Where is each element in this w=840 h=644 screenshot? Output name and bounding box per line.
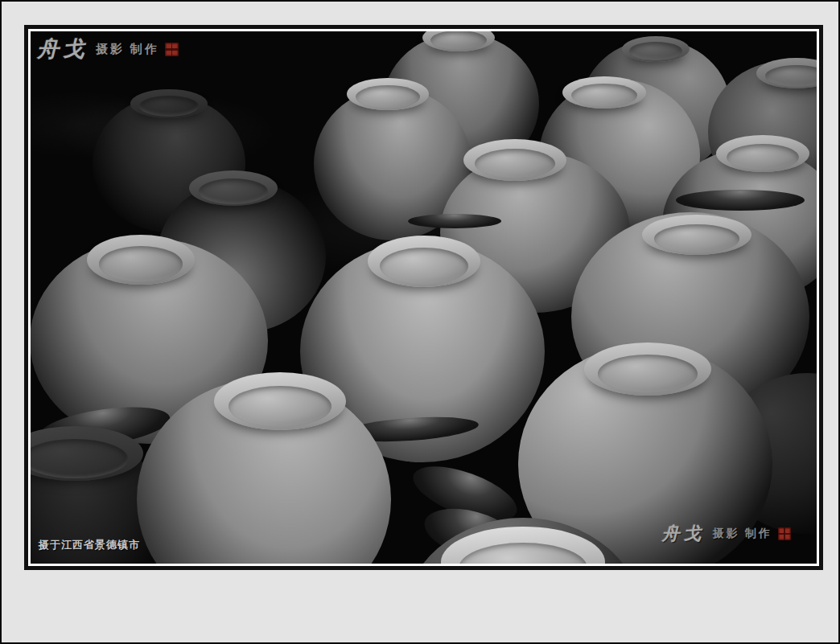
artist-signature: 舟戈 [662, 522, 706, 546]
photography-credit-label: 摄影 制作 [713, 527, 773, 541]
saucer-stack [408, 214, 501, 228]
bowl-foot-center [598, 355, 697, 393]
bowl-foot-center [229, 386, 331, 428]
bowl-foot-center [31, 439, 128, 478]
bowl-foot-center [571, 84, 636, 107]
photo: 舟戈 摄影 制作 舟戈 摄影 制作 摄于江西省景德镇市 [31, 31, 817, 564]
artist-signature: 舟戈 [37, 35, 89, 64]
bowl-foot-center [99, 246, 183, 282]
saucer-stack [676, 190, 805, 211]
watermark-top-left: 舟戈 摄影 制作 [37, 35, 179, 64]
photo-mat: 舟戈 摄影 制作 舟戈 摄影 制作 摄于江西省景德镇市 [0, 0, 840, 644]
red-seal-icon [165, 43, 179, 56]
photo-frame: 舟戈 摄影 制作 舟戈 摄影 制作 摄于江西省景德镇市 [24, 25, 823, 570]
photography-credit-label: 摄影 制作 [96, 42, 159, 57]
red-seal-icon [778, 527, 791, 540]
caption-location-text: 摄于江西省景德镇市 [39, 538, 140, 552]
bowl-foot-center [199, 178, 268, 204]
watermark-bottom-right: 舟戈 摄影 制作 [662, 522, 792, 546]
bowl-foot-center [654, 224, 739, 253]
bowl-foot-center [475, 149, 555, 178]
bowl-foot-center [356, 85, 420, 109]
bowl-foot-center [380, 248, 467, 285]
bowl-foot-center [727, 144, 799, 170]
